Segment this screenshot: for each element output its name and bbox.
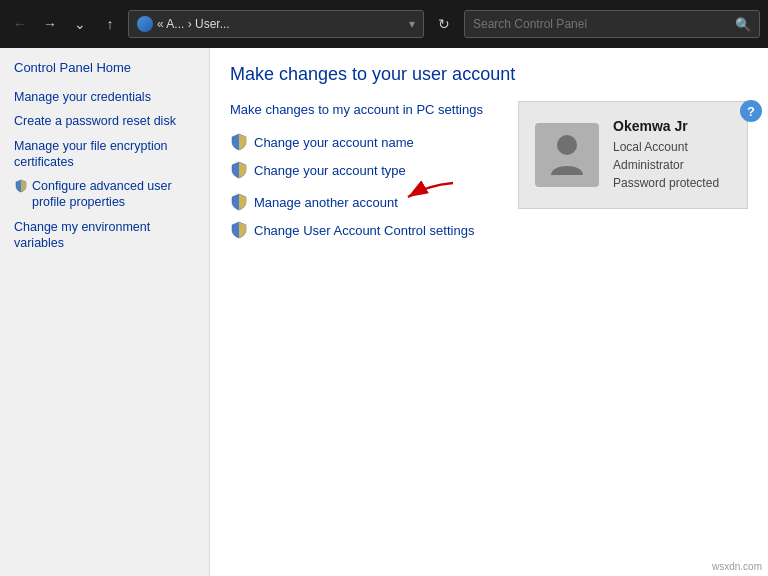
address-path: « A... › User...	[157, 17, 230, 31]
help-button[interactable]: ?	[740, 100, 762, 122]
sidebar-item-configure-advanced[interactable]: Configure advanced user profile properti…	[14, 178, 195, 211]
avatar-icon	[547, 131, 587, 179]
shield-icon-manage	[230, 193, 248, 211]
dropdown-button[interactable]: ⌄	[68, 12, 92, 36]
back-button[interactable]: ←	[8, 12, 32, 36]
shield-icon-type	[230, 161, 248, 179]
user-detail-password: Password protected	[613, 174, 731, 192]
red-arrow-annotation	[388, 175, 458, 215]
user-detail-role: Administrator	[613, 156, 731, 174]
page-title: Make changes to your user account	[230, 64, 748, 85]
watermark: wsxdn.com	[712, 561, 762, 572]
search-bar[interactable]: 🔍	[464, 10, 760, 38]
actions-section: Make changes to my account in PC setting…	[230, 101, 498, 249]
address-chevron: ▾	[409, 17, 415, 31]
sidebar: Control Panel Home Manage your credentia…	[0, 48, 210, 576]
refresh-button[interactable]: ↻	[430, 10, 458, 38]
shield-icon-uac	[230, 221, 248, 239]
change-account-type-link[interactable]: Change your account type	[230, 161, 498, 179]
svg-point-1	[557, 135, 577, 155]
content-area: ? Control Panel Home Manage your credent…	[0, 48, 768, 576]
change-uac-link[interactable]: Change User Account Control settings	[230, 221, 498, 239]
forward-button[interactable]: →	[38, 12, 62, 36]
sidebar-item-manage-credentials[interactable]: Manage your credentials	[14, 89, 195, 105]
user-detail-account-type: Local Account	[613, 138, 731, 156]
pc-settings-link[interactable]: Make changes to my account in PC setting…	[230, 101, 498, 119]
shield-icon-name	[230, 133, 248, 151]
manage-another-account-link[interactable]: Manage another account	[230, 193, 398, 211]
sidebar-item-manage-encryption[interactable]: Manage your file encryption certificates	[14, 138, 195, 171]
search-icon[interactable]: 🔍	[735, 17, 751, 32]
sidebar-item-create-password-reset[interactable]: Create a password reset disk	[14, 113, 195, 129]
shield-icon-small	[14, 179, 28, 193]
address-bar[interactable]: « A... › User... ▾	[128, 10, 424, 38]
user-info: Okemwa Jr Local Account Administrator Pa…	[613, 118, 731, 192]
titlebar: ← → ⌄ ↑ « A... › User... ▾ ↻ 🔍	[0, 0, 768, 48]
profile-card: Okemwa Jr Local Account Administrator Pa…	[518, 101, 748, 209]
avatar	[535, 123, 599, 187]
address-icon	[137, 16, 153, 32]
search-input[interactable]	[473, 17, 731, 31]
sidebar-item-change-environment[interactable]: Change my environment variables	[14, 219, 195, 252]
user-name: Okemwa Jr	[613, 118, 731, 134]
main-panel: Make changes to your user account Make c…	[210, 48, 768, 576]
sidebar-home-link[interactable]: Control Panel Home	[14, 60, 195, 75]
change-account-name-link[interactable]: Change your account name	[230, 133, 498, 151]
up-button[interactable]: ↑	[98, 12, 122, 36]
main-content: Make changes to my account in PC setting…	[230, 101, 748, 249]
